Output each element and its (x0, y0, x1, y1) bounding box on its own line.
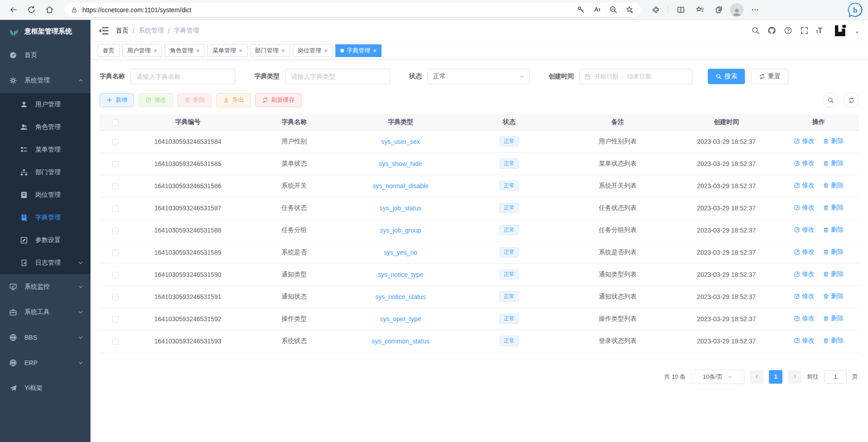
row-delete-button[interactable]: 删除 (823, 248, 844, 256)
row-edit-button[interactable]: 修改 (794, 226, 815, 234)
row-edit-button[interactable]: 修改 (794, 181, 815, 190)
font-size-icon[interactable]: тT (816, 27, 822, 35)
row-delete-button[interactable]: 删除 (823, 292, 844, 300)
dict-type-link[interactable]: sys_normal_disable (372, 182, 429, 190)
dict-type-link[interactable]: sys_job_group (380, 227, 421, 234)
row-delete-button[interactable]: 删除 (823, 181, 844, 190)
app-logo[interactable]: 意框架管理系统 (0, 20, 91, 43)
refresh-cache-button[interactable]: 刷新缓存 (255, 93, 301, 107)
refresh-table-button[interactable] (844, 92, 859, 108)
row-edit-button[interactable]: 修改 (794, 314, 815, 323)
row-edit-button[interactable]: 修改 (794, 337, 815, 345)
row-edit-button[interactable]: 修改 (794, 248, 815, 256)
tab-close-icon[interactable]: × (196, 48, 200, 54)
bing-chat-icon[interactable]: b (848, 2, 863, 17)
sidebar-toggle-icon[interactable] (98, 25, 110, 37)
select-all-checkbox[interactable] (112, 119, 119, 126)
row-checkbox[interactable] (112, 139, 119, 145)
row-checkbox[interactable] (112, 294, 119, 300)
sidebar-item-bbs[interactable]: BBS (0, 325, 91, 350)
row-delete-button[interactable]: 删除 (823, 226, 844, 234)
edit-button[interactable]: 修改 (138, 93, 173, 107)
add-favorite-star-icon[interactable] (623, 3, 636, 17)
refresh-icon[interactable] (24, 2, 39, 18)
row-delete-button[interactable]: 删除 (823, 159, 844, 167)
row-checkbox[interactable] (112, 250, 119, 256)
home-icon[interactable] (42, 2, 57, 18)
reset-button[interactable]: 重置 (751, 69, 788, 84)
sidebar-item-depts[interactable]: 部门管理 (0, 161, 91, 184)
sidebar-item-users[interactable]: 用户管理 (0, 93, 91, 116)
url-text[interactable]: https://ccnetcore.com:1101/system/dict (82, 6, 574, 14)
github-icon[interactable] (767, 26, 777, 36)
tab-close-icon[interactable]: × (153, 48, 157, 54)
caret-down-icon[interactable] (854, 30, 860, 35)
sidebar-item-posts[interactable]: 岗位管理 (0, 184, 91, 206)
row-delete-button[interactable]: 删除 (823, 314, 844, 323)
row-edit-button[interactable]: 修改 (794, 137, 815, 145)
dict-type-link[interactable]: sys_notice_type (378, 271, 423, 278)
row-edit-button[interactable]: 修改 (794, 292, 815, 300)
user-logo-avatar[interactable] (833, 23, 848, 38)
sidebar-item-home[interactable]: 首页 (0, 43, 91, 68)
tab[interactable]: 首页 (98, 44, 119, 57)
dict-name-input[interactable] (130, 69, 235, 84)
add-button[interactable]: 新增 (100, 93, 134, 107)
row-delete-button[interactable]: 删除 (823, 337, 844, 345)
row-edit-button[interactable]: 修改 (794, 270, 815, 278)
row-edit-button[interactable]: 修改 (794, 159, 815, 167)
tab[interactable]: 岗位管理 × (293, 44, 333, 57)
search-button[interactable]: 搜索 (708, 69, 745, 84)
more-menu-icon[interactable] (747, 2, 763, 18)
breadcrumb-home[interactable]: 首页 (116, 27, 129, 35)
sidebar-item-yi-framework[interactable]: Yi框架 (0, 375, 91, 401)
row-delete-button[interactable]: 删除 (823, 204, 844, 212)
sidebar-item-roles[interactable]: 角色管理 (0, 116, 91, 138)
header-search-icon[interactable] (751, 26, 761, 36)
dict-type-link[interactable]: sys_job_status (380, 204, 422, 212)
dict-type-link[interactable]: sys_user_sex (381, 138, 420, 145)
zoom-out-icon[interactable] (606, 3, 620, 17)
row-checkbox[interactable] (112, 161, 119, 167)
row-checkbox[interactable] (112, 205, 119, 212)
row-delete-button[interactable]: 删除 (823, 137, 844, 145)
back-icon[interactable] (5, 2, 21, 18)
tab-close-icon[interactable]: × (281, 48, 285, 54)
date-end-placeholder[interactable]: 结束日期 (627, 72, 651, 81)
page-size-select[interactable]: 10条/页 (691, 370, 744, 384)
tab[interactable]: 角色管理 × (165, 44, 205, 57)
favorites-icon[interactable] (692, 2, 707, 18)
row-checkbox[interactable] (112, 338, 119, 345)
sidebar-item-erp[interactable]: ERP (0, 350, 91, 375)
sidebar-item-system[interactable]: 系统管理 (0, 68, 91, 93)
tab-close-icon[interactable]: × (238, 48, 242, 54)
sidebar-item-params[interactable]: 参数设置 (0, 229, 91, 252)
sidebar-item-dict[interactable]: 字典管理 (0, 206, 91, 229)
next-page-button[interactable] (788, 370, 801, 384)
dict-type-link[interactable]: sys_show_hide (379, 160, 422, 167)
export-button[interactable]: 导出 (216, 93, 251, 107)
dict-type-link[interactable]: sys_notice_status (375, 293, 425, 300)
status-select[interactable]: 正常 (427, 69, 529, 84)
dict-type-input[interactable] (285, 69, 390, 84)
delete-button[interactable]: 删除 (177, 93, 212, 107)
dict-type-link[interactable]: sys_yes_no (384, 249, 417, 256)
row-delete-button[interactable]: 删除 (823, 270, 844, 278)
help-icon[interactable] (783, 26, 793, 36)
fullscreen-icon[interactable] (800, 26, 810, 36)
extensions-icon[interactable] (648, 2, 663, 18)
row-checkbox[interactable] (112, 228, 119, 234)
row-edit-button[interactable]: 修改 (794, 204, 815, 212)
password-key-icon[interactable] (574, 3, 587, 17)
profile-avatar[interactable] (730, 3, 744, 17)
sidebar-item-menus[interactable]: 菜单管理 (0, 138, 91, 161)
breadcrumb-system[interactable]: 系统管理 (138, 27, 164, 35)
sidebar-item-monitor[interactable]: 系统监控 (0, 274, 91, 299)
date-range-picker[interactable]: 开始日期 - 结束日期 (579, 69, 692, 84)
tab[interactable]: 菜单管理 × (207, 44, 247, 57)
tab[interactable]: 部门管理 × (250, 44, 290, 57)
row-checkbox[interactable] (112, 272, 119, 278)
dict-type-link[interactable]: sys_oper_type (380, 315, 421, 323)
dict-type-link[interactable]: sys_common_status (372, 337, 429, 345)
read-aloud-icon[interactable] (590, 3, 604, 17)
